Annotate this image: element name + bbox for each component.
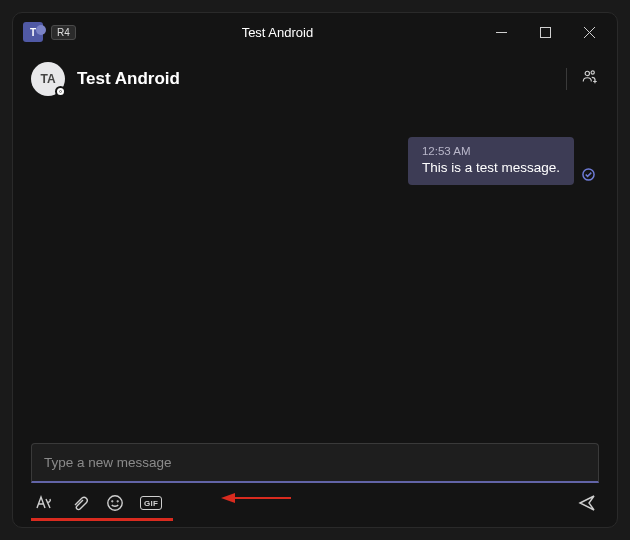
- maximize-icon: [540, 27, 551, 38]
- send-button[interactable]: [577, 493, 597, 513]
- gif-icon: GIF: [140, 496, 162, 510]
- annotation-underline: [31, 518, 173, 521]
- message-input[interactable]: [44, 455, 586, 470]
- window-badge: R4: [51, 25, 76, 40]
- svg-point-6: [117, 501, 118, 502]
- message-time: 12:53 AM: [422, 145, 560, 157]
- chat-name: Test Android: [77, 69, 554, 89]
- add-people-button[interactable]: [581, 68, 599, 90]
- message-list: 12:53 AM This is a test message.: [13, 107, 617, 443]
- close-button[interactable]: [567, 17, 611, 47]
- teams-logo-icon: T: [23, 22, 43, 42]
- title-bar: T R4 Test Android: [13, 13, 617, 51]
- avatar[interactable]: TA: [31, 62, 65, 96]
- svg-marker-8: [221, 493, 235, 503]
- send-icon: [577, 493, 597, 513]
- emoji-icon: [106, 494, 124, 512]
- close-icon: [584, 27, 595, 38]
- attach-button[interactable]: [69, 493, 89, 513]
- divider: [566, 68, 567, 90]
- svg-point-2: [591, 71, 594, 74]
- message-text: This is a test message.: [422, 160, 560, 175]
- window-buttons: [479, 17, 611, 47]
- message-row: 12:53 AM This is a test message.: [408, 137, 595, 185]
- header-actions: [566, 68, 599, 90]
- presence-indicator-icon: [55, 86, 66, 97]
- svg-point-4: [108, 496, 122, 510]
- attach-icon: [70, 494, 88, 512]
- emoji-button[interactable]: [105, 493, 125, 513]
- composer-toolbar: GIF: [31, 483, 599, 513]
- app-window: T R4 Test Android TA Test Android: [12, 12, 618, 528]
- minimize-icon: [496, 27, 507, 38]
- format-icon: [34, 494, 52, 512]
- gif-button[interactable]: GIF: [141, 493, 161, 513]
- annotation-arrow-icon: [221, 491, 291, 505]
- composer-area: GIF: [13, 443, 617, 527]
- add-people-icon: [581, 68, 599, 86]
- titlebar-left: T R4: [23, 22, 76, 42]
- avatar-initials: TA: [40, 72, 55, 86]
- svg-rect-0: [540, 27, 550, 37]
- svg-point-1: [585, 71, 589, 75]
- svg-point-5: [112, 501, 113, 502]
- maximize-button[interactable]: [523, 17, 567, 47]
- message-composer[interactable]: [31, 443, 599, 483]
- chat-header: TA Test Android: [13, 51, 617, 107]
- read-receipt-icon: [582, 167, 595, 185]
- minimize-button[interactable]: [479, 17, 523, 47]
- message-bubble[interactable]: 12:53 AM This is a test message.: [408, 137, 574, 185]
- format-button[interactable]: [33, 493, 53, 513]
- window-title: Test Android: [76, 25, 479, 40]
